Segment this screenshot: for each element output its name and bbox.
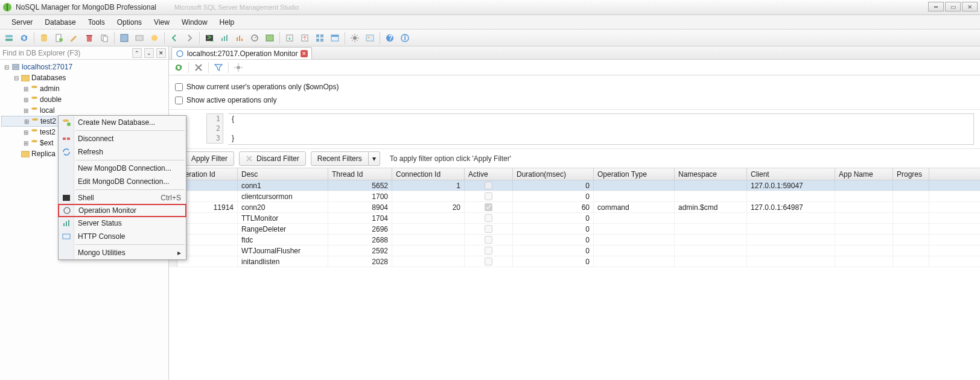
table-row[interactable]: 11914conn2089042060commandadmin.$cmd127.… (169, 202, 980, 213)
ctx-create-database[interactable]: Create New Database... (59, 116, 186, 129)
menu-database[interactable]: Database (39, 16, 81, 28)
find-prev-button[interactable]: ⌃ (132, 48, 142, 58)
close-window-button[interactable]: ✕ (962, 2, 978, 11)
active-only-checkbox[interactable] (175, 97, 183, 104)
menu-view[interactable]: View (148, 16, 175, 28)
find-next-button[interactable]: ⌄ (144, 48, 154, 58)
back-icon[interactable] (168, 31, 181, 45)
recent-filters-button[interactable]: Recent Filters (311, 151, 369, 166)
col-connection-id[interactable]: Connection Id (392, 168, 465, 180)
browser-icon[interactable] (328, 31, 342, 45)
cell-operation-type (594, 224, 675, 234)
filter-code-editor[interactable]: {} (228, 113, 974, 145)
delete-icon[interactable] (83, 31, 96, 45)
find-close-button[interactable]: ✕ (156, 48, 166, 58)
new-icon[interactable] (52, 31, 66, 45)
forward-icon[interactable] (183, 31, 196, 45)
minimize-button[interactable]: ━ (928, 2, 944, 11)
ctx-http-console[interactable]: HTTP Console (59, 230, 186, 243)
grid-icon[interactable] (313, 31, 326, 45)
connect-icon[interactable] (2, 31, 16, 45)
svg-rect-22 (266, 35, 273, 41)
ctx-new-connection[interactable]: New MongoDB Connection... (59, 162, 186, 175)
ctx-refresh[interactable]: Refresh (59, 145, 186, 159)
table-row[interactable]: ftdc26880 (169, 235, 980, 245)
ctx-disconnect[interactable]: Disconnect (59, 132, 186, 145)
col-active[interactable]: Active (465, 168, 513, 180)
col-namespace[interactable]: Namespace (675, 168, 747, 180)
col-thread-id[interactable]: Thread Id (328, 168, 392, 180)
tree-root[interactable]: ⊟ localhost:27017 (1, 62, 167, 72)
delete-icon[interactable] (192, 62, 205, 74)
help-icon[interactable]: ? (383, 31, 396, 45)
menu-help[interactable]: Help (214, 16, 240, 28)
maximize-button[interactable]: ▭ (945, 2, 961, 11)
gear-icon[interactable] (348, 31, 361, 45)
tab-close-icon[interactable]: ✕ (301, 50, 308, 57)
find-placeholder[interactable]: Find in DB Explorer (F3) (2, 49, 130, 57)
stats-icon[interactable] (233, 31, 246, 45)
ctx-operation-monitor[interactable]: Operation Monitor (58, 204, 186, 217)
own-ops-checkbox[interactable] (175, 83, 183, 91)
table-row[interactable]: ▸conn1565210127.0.0.1:59047 (169, 180, 980, 191)
col-progress[interactable]: Progres (893, 168, 929, 180)
cell-duration: 0 (513, 256, 594, 267)
tab-operation-monitor[interactable]: localhost:27017.Operation Monitor ✕ (171, 47, 312, 59)
shell-icon[interactable]: >_ (203, 31, 216, 45)
col-desc[interactable]: Desc (238, 168, 328, 180)
cell-namespace (675, 245, 747, 256)
table-row[interactable]: WTJournalFlusher25920 (169, 245, 980, 256)
col-client[interactable]: Client (747, 168, 835, 180)
table-row[interactable]: clientcursormon17000 (169, 191, 980, 202)
filter-options: Show current user's operations only ($ow… (169, 75, 980, 110)
recent-filters-dropdown[interactable]: ▾ (369, 151, 380, 166)
menu-window[interactable]: Window (176, 16, 213, 28)
tree-databases[interactable]: ⊟ Databases (1, 72, 167, 83)
menu-server[interactable]: Server (6, 16, 38, 28)
menu-tools[interactable]: Tools (83, 16, 110, 28)
tool-icon-1[interactable] (118, 31, 131, 45)
info-icon[interactable]: i (398, 31, 412, 45)
chart-icon[interactable] (218, 31, 231, 45)
cell-client (747, 245, 835, 256)
export-icon[interactable] (283, 31, 296, 45)
svg-text:>_: >_ (207, 33, 214, 42)
tool-icon-3[interactable] (148, 31, 161, 45)
col-operation-type[interactable]: Operation Type (594, 168, 675, 180)
monitor-icon[interactable] (248, 31, 261, 45)
svg-point-33 (368, 36, 370, 38)
svg-point-45 (31, 129, 37, 131)
col-duration[interactable]: Duration(msec) (513, 168, 594, 180)
ctx-shell[interactable]: Shell Ctrl+S (59, 191, 186, 204)
refresh-icon[interactable] (18, 31, 31, 45)
ctx-edit-connection[interactable]: Edit MongoDB Connection... (59, 175, 186, 188)
import-icon[interactable] (298, 31, 311, 45)
db-icon[interactable] (37, 31, 51, 45)
col-app-name[interactable]: App Name (835, 168, 893, 180)
copy-icon[interactable] (98, 31, 111, 45)
svg-rect-54 (63, 223, 65, 226)
menubar: Server Database Tools Options View Windo… (0, 15, 980, 30)
tree-db-item[interactable]: ⊞local (1, 105, 167, 116)
col-operation-id[interactable]: peration Id (177, 168, 238, 180)
table-row[interactable]: TTLMonitor17040 (169, 213, 980, 224)
edit-icon[interactable] (68, 31, 81, 45)
ctx-server-status[interactable]: Server Status (59, 217, 186, 230)
ctx-mongo-utilities[interactable]: Mongo Utilities ▸ (59, 246, 186, 259)
gear-icon[interactable] (232, 62, 244, 74)
table-row[interactable]: RangeDeleter26960 (169, 224, 980, 235)
menu-options[interactable]: Options (112, 16, 147, 28)
filter-icon[interactable] (212, 62, 224, 74)
image-icon[interactable] (363, 31, 377, 45)
discard-filter-button[interactable]: Discard Filter (239, 151, 306, 166)
clear-icon (246, 155, 253, 162)
refresh-icon[interactable] (173, 62, 185, 74)
tree-db-item[interactable]: ⊞admin (1, 83, 167, 94)
map-icon[interactable] (263, 31, 276, 45)
tree-db-item[interactable]: ⊞double (1, 94, 167, 105)
cell-app-name (835, 213, 893, 223)
cell-thread-id: 2592 (328, 245, 392, 256)
submenu-arrow-icon: ▸ (177, 249, 181, 257)
tool-icon-2[interactable] (133, 31, 146, 45)
table-row[interactable]: initandlisten20280 (169, 256, 980, 267)
